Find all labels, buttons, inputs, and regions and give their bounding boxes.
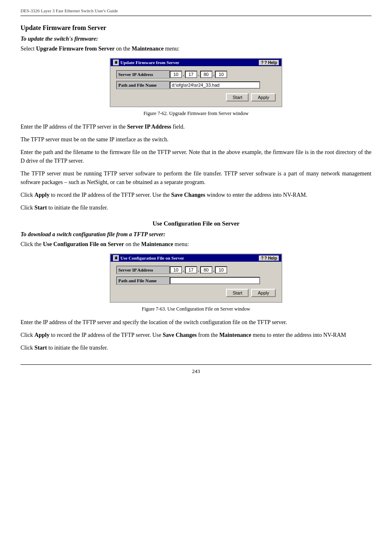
config-dialog: 🖥 Use Configuration File on Server ? ? H… <box>110 253 282 303</box>
para5-bold1: Apply <box>35 192 50 198</box>
firmware-dialog: 🖥 Update Firmware from Server ? ? Help S… <box>110 58 282 107</box>
section1-intro-end: menu: <box>165 46 180 52</box>
config-ip-fields: . . . <box>170 266 227 274</box>
para5-bold2: Save Changes <box>171 192 205 198</box>
firmware-titlebar-left: 🖥 Update Firmware from Server <box>113 60 179 65</box>
config-dialog-icon: 🖥 <box>113 255 119 261</box>
firmware-apply-label: Apply <box>258 95 269 100</box>
figure2-caption: Figure 7-63. Use Configuration File on S… <box>21 306 371 312</box>
config-dialog-title: Use Configuration File on Server <box>120 256 184 260</box>
section1-para6: Click Start to initiate the file transfe… <box>21 203 371 212</box>
config-ip-dot-2: . <box>198 267 199 272</box>
help-icon: ? <box>261 60 263 65</box>
config-dialog-buttons: Start Apply <box>116 289 276 298</box>
firmware-help-label: ? Help <box>264 60 277 65</box>
firmware-apply-button[interactable]: Apply <box>251 93 276 101</box>
section1-intro-bold2: Maintenance <box>131 46 164 52</box>
config-help-label: ? Help <box>264 256 277 260</box>
firmware-dialog-icon: 🖥 <box>113 60 119 65</box>
section2-intro-bold1: Use Configuration File on Server <box>43 241 124 247</box>
section1-intro-bold1: Upgrade Firmware from Server <box>36 46 115 52</box>
config-ip-octet4[interactable] <box>215 266 227 274</box>
config-ip-octet2[interactable] <box>185 266 197 274</box>
section2-title: Use Configuration File on Server <box>21 220 371 227</box>
firmware-dialog-container: 🖥 Update Firmware from Server ? ? Help S… <box>21 58 371 107</box>
config-ip-label: Server IP Address <box>116 266 170 274</box>
firmware-dialog-body: Server IP Address . . . Path and File Na… <box>111 66 281 106</box>
firmware-path-row: Path and File Name <box>116 81 276 89</box>
firmware-ip-label: Server IP Address <box>116 70 170 78</box>
config-dialog-container: 🖥 Use Configuration File on Server ? ? H… <box>21 253 371 303</box>
s2-para2-bold3: Maintenance <box>219 332 251 338</box>
s2-para2-bold2: Save Changes <box>163 332 197 338</box>
section1-para4: The TFTP server must be running TFTP ser… <box>21 169 371 187</box>
config-path-row: Path and File Name <box>116 276 276 285</box>
config-apply-button[interactable]: Apply <box>251 289 276 297</box>
config-help-icon: ? <box>261 256 263 260</box>
firmware-ip-octet3[interactable] <box>200 71 212 78</box>
section2-para1: Enter the IP address of the TFTP server … <box>21 318 371 327</box>
section2-subtitle: To download a switch configuration file … <box>21 231 371 238</box>
para1-bold: Server IP Address <box>127 124 171 130</box>
page-footer: 243 <box>21 364 371 375</box>
config-start-label: Start <box>233 290 242 295</box>
page-number: 243 <box>192 368 200 374</box>
config-ip-octet3[interactable] <box>200 266 212 274</box>
ip-dot-3: . <box>213 72 214 77</box>
ip-dot-2: . <box>198 72 199 77</box>
firmware-dialog-titlebar: 🖥 Update Firmware from Server ? ? Help <box>111 59 281 66</box>
ip-dot-1: . <box>183 72 184 77</box>
firmware-path-input[interactable] <box>170 81 260 89</box>
section1-para1: Enter the IP address of the TFTP server … <box>21 122 371 131</box>
firmware-dialog-buttons: Start Apply <box>116 93 276 102</box>
s2-para2-bold1: Apply <box>35 332 50 338</box>
section2-intro-bold2: Maintenance <box>141 241 173 247</box>
header-text: DES-3326 Layer 3 Fast Ethernet Switch Us… <box>21 8 118 13</box>
config-ip-dot-3: . <box>213 267 214 272</box>
para6-bold: Start <box>35 205 47 211</box>
config-path-input[interactable] <box>170 277 260 284</box>
config-ip-octet1[interactable] <box>170 266 182 274</box>
section1-para3: Enter the path and the filename to the f… <box>21 148 371 165</box>
firmware-help-button[interactable]: ? ? Help <box>259 60 279 65</box>
section1-title: Update Firmware from Server <box>21 24 371 32</box>
firmware-dialog-title: Update Firmware from Server <box>120 60 179 65</box>
section2-para2: Click Apply to record the IP address of … <box>21 331 371 339</box>
config-dialog-titlebar: 🖥 Use Configuration File on Server ? ? H… <box>111 254 281 262</box>
config-ip-row: Server IP Address . . . <box>116 266 276 274</box>
firmware-ip-octet2[interactable] <box>185 71 197 78</box>
section2-para3: Click Start to initiate the file transfe… <box>21 343 371 352</box>
section1-intro-on: on the <box>116 46 131 52</box>
firmware-ip-octet1[interactable] <box>170 71 182 78</box>
section2-intro: Click the Use Configuration File on Serv… <box>21 241 371 248</box>
firmware-ip-octet4[interactable] <box>215 71 227 78</box>
section1-para2: The TFTP server must be on the same IP i… <box>21 135 371 144</box>
s2-para3-bold: Start <box>35 345 47 351</box>
section1-intro: Select Upgrade Firmware from Server on t… <box>21 46 371 52</box>
figure1-caption: Figure 7-62. Upgrade Firmware from Serve… <box>21 111 371 117</box>
section1-intro-text: Select <box>21 46 36 52</box>
firmware-ip-row: Server IP Address . . . <box>116 70 276 78</box>
config-apply-label: Apply <box>258 290 269 295</box>
config-ip-dot-1: . <box>183 267 184 272</box>
config-help-button[interactable]: ? ? Help <box>259 256 279 261</box>
config-dialog-body: Server IP Address . . . Path and File Na… <box>111 262 281 302</box>
section1-subtitle: To update the switch's firmware: <box>21 36 371 42</box>
firmware-start-button[interactable]: Start <box>226 93 249 101</box>
firmware-start-label: Start <box>233 95 242 100</box>
firmware-ip-fields: . . . <box>170 71 227 78</box>
config-titlebar-left: 🖥 Use Configuration File on Server <box>113 255 184 261</box>
page-header: DES-3326 Layer 3 Fast Ethernet Switch Us… <box>21 8 371 16</box>
firmware-path-label: Path and File Name <box>116 81 170 89</box>
section1-para5: Click Apply to record the IP address of … <box>21 191 371 199</box>
config-path-label: Path and File Name <box>116 276 170 285</box>
config-start-button[interactable]: Start <box>226 289 249 297</box>
